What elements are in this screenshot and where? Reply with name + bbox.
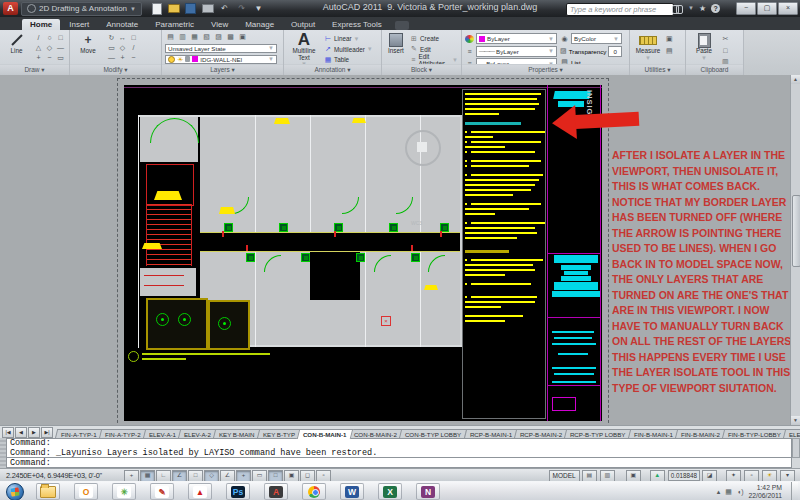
save-button[interactable] xyxy=(184,3,197,14)
tool-icon[interactable]: ▨ xyxy=(213,32,224,42)
model-space-button[interactable]: MODEL xyxy=(549,470,580,482)
search-options-caret[interactable]: ▼ xyxy=(688,5,694,11)
open-file-button[interactable] xyxy=(167,3,180,14)
messenger-icon[interactable]: ✳ xyxy=(112,483,136,500)
status-toggle-3[interactable]: ∠ xyxy=(172,470,187,482)
tool-icon[interactable]: ▣ xyxy=(666,34,673,44)
panel-layers-footer[interactable]: Layers ▾ xyxy=(162,64,283,75)
tool-icon[interactable]: △ xyxy=(33,43,44,53)
tool-icon[interactable]: ▧ xyxy=(201,32,212,42)
ribbon-tab-overflow[interactable] xyxy=(395,21,409,30)
status-toggle-7[interactable]: + xyxy=(236,470,251,482)
ribbon-tab-insert[interactable]: Insert xyxy=(61,19,97,30)
multiline-text-button[interactable]: A Multiline Text▼ xyxy=(287,32,321,64)
last-tab-button[interactable]: ▶| xyxy=(41,427,53,438)
chrome-icon[interactable] xyxy=(302,483,326,500)
tool-icon[interactable]: □ xyxy=(55,33,66,43)
redo-button[interactable]: ↷ xyxy=(235,3,248,14)
ribbon-tab-output[interactable]: Output xyxy=(283,19,323,30)
windows-explorer-icon[interactable] xyxy=(36,483,60,500)
qat-dropdown[interactable]: ▼ xyxy=(252,3,265,14)
word-icon[interactable]: W xyxy=(340,483,364,500)
autocad-icon[interactable]: A xyxy=(264,483,288,500)
status-toggle-0[interactable]: + xyxy=(124,470,139,482)
excel-icon[interactable]: X xyxy=(378,483,402,500)
search-input[interactable]: Type a keyword or phrase xyxy=(566,3,674,16)
tool-icon[interactable]: — xyxy=(106,53,117,63)
ribbon-tab-home[interactable]: Home xyxy=(22,19,60,30)
tool-icon[interactable]: ▭ xyxy=(106,43,117,53)
quick-view-icon[interactable]: ▣ xyxy=(626,470,641,482)
first-tab-button[interactable]: |◀ xyxy=(2,427,14,438)
scrollbar-thumb[interactable] xyxy=(792,195,800,267)
status-toggle-9[interactable]: □ xyxy=(268,470,283,482)
tool-icon[interactable]: ↻ xyxy=(106,33,117,43)
pen-tool-icon[interactable]: ✎ xyxy=(150,483,174,500)
network-icon[interactable]: ▦ xyxy=(725,488,732,496)
ribbon-tab-parametric[interactable]: Parametric xyxy=(147,19,202,30)
line-button[interactable]: Line xyxy=(3,32,30,64)
tool-icon[interactable]: ○ xyxy=(44,33,55,43)
plot-button[interactable] xyxy=(201,3,214,14)
annotation-visibility-icon[interactable]: ◪ xyxy=(702,470,717,482)
maximize-button[interactable]: ▢ xyxy=(757,2,777,15)
workspace-switch-icon[interactable]: ✦ xyxy=(726,470,741,482)
layout-tab-con-b-main-1[interactable]: CON-B-MAIN-1 xyxy=(297,429,353,439)
new-file-button[interactable] xyxy=(150,3,163,14)
show-hidden-icons[interactable]: ▴ xyxy=(717,488,721,496)
isolate-objects-icon[interactable]: ☀ xyxy=(762,470,777,482)
command-history[interactable]: Command:Command: _Layuniso Layers isolat… xyxy=(6,438,792,458)
lock-ui-icon[interactable]: ▫ xyxy=(744,470,759,482)
outlook-icon[interactable]: O xyxy=(74,483,98,500)
tool-icon[interactable]: ▣ xyxy=(237,32,248,42)
drawing-canvas[interactable]: ×WC3 INSIGHT AFTER I ISOLATE A LAYER IN … xyxy=(0,75,800,425)
ribbon-tab-manage[interactable]: Manage xyxy=(237,19,282,30)
lineweight-dropdown[interactable]: ———ByLayer▼ xyxy=(476,46,557,57)
tool-icon[interactable]: ▤ xyxy=(666,46,673,56)
status-toggle-11[interactable]: ◻ xyxy=(300,470,315,482)
linear-dimension-button[interactable]: ⊢ Linear▼ xyxy=(324,34,373,43)
status-toggle-12[interactable]: ▫ xyxy=(316,470,331,482)
create-block-button[interactable]: ⊞ Create xyxy=(410,34,458,43)
status-toggle-8[interactable]: ▭ xyxy=(252,470,267,482)
photoshop-icon[interactable]: Ps xyxy=(226,483,250,500)
vertical-scrollbar[interactable]: ▲ ▼ xyxy=(790,75,800,425)
panel-properties-footer[interactable]: Properties ▾ xyxy=(462,64,629,75)
status-toggle-6[interactable]: ∠ xyxy=(220,470,235,482)
tool-icon[interactable]: ✂ xyxy=(722,34,729,44)
help-icon[interactable]: ? xyxy=(711,4,720,13)
plot-style-dropdown[interactable]: ByColor▼ xyxy=(571,33,622,44)
layout1-icon[interactable]: ▤ xyxy=(582,470,597,482)
paste-button[interactable]: Paste▼ xyxy=(689,32,719,64)
measure-button[interactable]: Measure▼ xyxy=(633,32,663,64)
undo-button[interactable]: ↶ xyxy=(218,3,231,14)
next-tab-button[interactable]: ▶ xyxy=(28,427,40,438)
tool-icon[interactable]: ~ xyxy=(128,53,139,63)
edit-attributes-button[interactable]: ≡ Edit Attributes▼ xyxy=(410,55,458,64)
tool-icon[interactable]: ▥ xyxy=(177,32,188,42)
layer-dropdown[interactable]: ☀ IDG-WALL-NEI▼ xyxy=(165,55,277,65)
workspace-switcher[interactable]: 2D Drafting & Annotation ▼ xyxy=(21,2,142,16)
start-button[interactable] xyxy=(6,483,24,500)
multileader-button[interactable]: ↗ Multileader▼ xyxy=(324,45,373,54)
close-button[interactable]: × xyxy=(778,2,798,15)
move-button[interactable]: + Move xyxy=(73,32,103,64)
minimize-button[interactable]: − xyxy=(736,2,756,15)
status-toggle-10[interactable]: ▣ xyxy=(284,470,299,482)
acrobat-icon[interactable]: ▲ xyxy=(188,483,212,500)
status-toggle-1[interactable]: ▦ xyxy=(140,470,155,482)
panel-annotation-footer[interactable]: Annotation ▾ xyxy=(284,64,381,75)
tool-icon[interactable]: ▭ xyxy=(55,53,66,63)
status-toggle-2[interactable]: ∟ xyxy=(156,470,171,482)
tool-icon[interactable]: — xyxy=(55,43,66,53)
tool-icon[interactable]: □ xyxy=(128,33,139,43)
annotation-scale-icon[interactable]: ▲ xyxy=(650,470,665,482)
insert-block-button[interactable]: Insert xyxy=(385,32,407,64)
command-scrollbar[interactable] xyxy=(792,438,800,458)
panel-block-footer[interactable]: Block ▾ xyxy=(382,64,461,75)
panel-draw-footer[interactable]: Draw ▾ xyxy=(0,64,69,75)
tool-icon[interactable]: / xyxy=(33,33,44,43)
tool-icon[interactable]: ▩ xyxy=(225,32,236,42)
tool-icon[interactable]: + xyxy=(33,53,44,63)
ribbon-tab-express-tools[interactable]: Express Tools xyxy=(324,19,390,30)
